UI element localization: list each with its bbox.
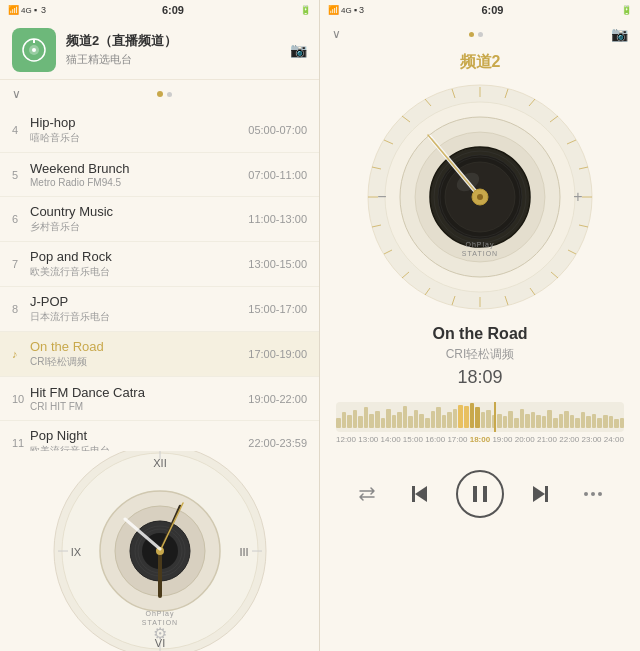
camera-icon[interactable]: 📷 xyxy=(290,42,307,58)
list-item[interactable]: 11 Pop Night 欧美流行音乐电台 22:00-23:59 xyxy=(0,421,319,451)
left-header: 频道2（直播频道） 猫王精选电台 📷 xyxy=(0,20,319,80)
wave-bar xyxy=(419,414,424,428)
list-item[interactable]: 7 Pop and Rock 欧美流行音乐电台 13:00-15:00 xyxy=(0,242,319,287)
timeline-label: 14:00 xyxy=(381,435,401,444)
program-info: Hip-hop 嘻哈音乐台 xyxy=(30,115,248,145)
wave-bar xyxy=(386,409,391,429)
svg-marker-70 xyxy=(415,486,427,502)
wave-bar xyxy=(381,418,386,428)
program-info: On the Road CRI轻松调频 xyxy=(30,339,248,369)
svg-point-65 xyxy=(477,194,483,200)
left-nav-dots xyxy=(157,91,172,97)
more-button[interactable] xyxy=(575,476,611,512)
wave-bar xyxy=(614,419,619,428)
left-status-right: 🔋 xyxy=(300,5,311,15)
wave-bar xyxy=(542,416,547,428)
right-camera-icon[interactable]: 📷 xyxy=(611,26,628,42)
timeline-needle xyxy=(494,402,496,432)
nav-dot-2[interactable] xyxy=(167,92,172,97)
program-time: 13:00-15:00 xyxy=(248,258,307,270)
svg-text:XII: XII xyxy=(153,457,166,469)
wave-bar xyxy=(369,414,374,428)
list-item[interactable]: 5 Weekend Brunch Metro Radio FM94.5 07:0… xyxy=(0,153,319,197)
wave-bar xyxy=(442,415,447,428)
list-item[interactable]: 6 Country Music 乡村音乐台 11:00-13:00 xyxy=(0,197,319,242)
timeline-label: 17:00 xyxy=(447,435,467,444)
right-wifi-icon: ▪ xyxy=(354,5,357,15)
timeline-label: 18:00 xyxy=(470,435,490,444)
list-item[interactable]: 10 Hit FM Dance Catra CRI HIT FM 19:00-2… xyxy=(0,377,319,421)
wave-bar xyxy=(342,412,347,428)
wave-bar xyxy=(503,416,508,428)
program-name: Hip-hop xyxy=(30,115,248,130)
settings-icon[interactable]: ⚙ xyxy=(153,624,167,643)
right-bt-icon: 3 xyxy=(359,5,364,15)
right-battery-icon: 🔋 xyxy=(621,5,632,15)
timeline-label: 19:00 xyxy=(492,435,512,444)
wave-bar xyxy=(336,418,341,428)
radio-icon xyxy=(21,37,47,63)
right-panel: 📶 4G ▪ 3 6:09 🔋 ∨ 📷 频道2 xyxy=(320,0,640,651)
program-name: Hit FM Dance Catra xyxy=(30,385,248,400)
program-info: Pop Night 欧美流行音乐电台 xyxy=(30,428,248,451)
program-station: 乡村音乐台 xyxy=(30,220,248,234)
channel-title: 频道2 xyxy=(320,48,640,77)
right-status-bar: 📶 4G ▪ 3 6:09 🔋 xyxy=(320,0,640,20)
program-time: 07:00-11:00 xyxy=(248,169,307,181)
timeline-area[interactable]: 12:00 13:00 14:00 15:00 16:00 17:00 18:0… xyxy=(320,392,640,454)
right-clock-dial: − + OhPlay STATION xyxy=(360,82,600,312)
program-station: CRI HIT FM xyxy=(30,401,248,412)
list-item[interactable]: 8 J-POP 日本流行音乐电台 15:00-17:00 xyxy=(0,287,319,332)
timeline-bar[interactable] xyxy=(336,402,624,432)
list-item[interactable]: 4 Hip-hop 嘻哈音乐台 05:00-07:00 xyxy=(0,108,319,153)
program-name-active: On the Road xyxy=(30,339,248,354)
list-item[interactable]: ♪ On the Road CRI轻松调频 17:00-19:00 xyxy=(0,332,319,377)
right-dot-2[interactable] xyxy=(478,32,483,37)
svg-rect-75 xyxy=(545,486,548,502)
svg-text:OhPlay: OhPlay xyxy=(145,610,174,618)
wave-bar xyxy=(514,418,519,428)
wave-bar xyxy=(364,407,369,428)
program-time: 11:00-13:00 xyxy=(248,213,307,225)
right-chevron-icon[interactable]: ∨ xyxy=(332,27,341,41)
wave-bar xyxy=(592,414,597,428)
signal-icon: 📶 xyxy=(8,5,19,15)
left-chevron-icon[interactable]: ∨ xyxy=(12,87,21,101)
svg-point-76 xyxy=(584,492,588,496)
left-status-left: 📶 4G ▪ 3 xyxy=(8,5,46,15)
svg-point-77 xyxy=(591,492,595,496)
program-num-active: ♪ xyxy=(12,348,30,360)
program-time: 17:00-19:00 xyxy=(248,348,307,360)
header-text: 频道2（直播频道） 猫王精选电台 xyxy=(66,32,280,67)
prev-button[interactable] xyxy=(402,476,438,512)
next-button[interactable] xyxy=(522,476,558,512)
wave-bar xyxy=(347,415,352,428)
wave-bar xyxy=(525,414,530,428)
left-clock-dial: XII III VI IX OhPlay STATION xyxy=(50,451,270,651)
program-station: 欧美流行音乐电台 xyxy=(30,444,248,451)
program-name: Weekend Brunch xyxy=(30,161,248,176)
wave-bar xyxy=(581,412,586,428)
wave-bar xyxy=(453,409,458,429)
repeat-button[interactable] xyxy=(349,476,385,512)
program-list: 4 Hip-hop 嘻哈音乐台 05:00-07:00 5 Weekend Br… xyxy=(0,108,319,451)
svg-rect-71 xyxy=(412,486,415,502)
program-station: 日本流行音乐电台 xyxy=(30,310,248,324)
wave-bar-active xyxy=(475,407,480,428)
timeline-label: 20:00 xyxy=(515,435,535,444)
program-num: 7 xyxy=(12,258,30,270)
play-pause-button[interactable] xyxy=(456,470,504,518)
svg-text:STATION: STATION xyxy=(462,250,498,257)
wave-bar xyxy=(536,415,541,428)
wave-bar xyxy=(570,415,575,428)
wave-bar-active xyxy=(458,405,463,428)
controls-area xyxy=(320,454,640,534)
right-dot-1[interactable] xyxy=(469,32,474,37)
wave-bar xyxy=(559,414,564,428)
next-icon xyxy=(527,481,553,507)
channel-icon xyxy=(12,28,56,72)
wave-bar xyxy=(425,418,430,428)
right-signal-icon: 📶 xyxy=(328,5,339,15)
wave-bar xyxy=(436,407,441,428)
nav-dot-1[interactable] xyxy=(157,91,163,97)
